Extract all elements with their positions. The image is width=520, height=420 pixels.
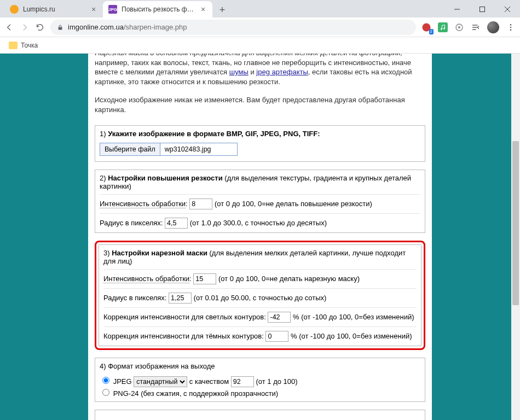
omnibox[interactable]: imgonline.com.ua/sharpen-image.php	[50, 20, 416, 35]
extension-icons: 2	[421, 21, 516, 33]
back-button[interactable]	[4, 22, 14, 32]
file-name: wp3102483.jpg	[160, 143, 237, 155]
sharpen-intensity-label: Интенсивность обработки	[100, 200, 186, 208]
mask-dark-hint: % (от -100 до 100, 0=без изменений)	[291, 332, 412, 340]
page-viewport: Нарезная маска в основном предназначена …	[0, 54, 520, 420]
section-heading: Формат изображения на выходе	[108, 362, 215, 370]
tab-title: Повысить резкость фото и нар	[122, 5, 196, 13]
window-controls	[444, 1, 520, 18]
url-host: imgonline.com.ua	[68, 23, 124, 31]
bookmark-tochka[interactable]: Точка	[21, 42, 38, 49]
jpeg-quality-input[interactable]	[231, 376, 254, 387]
extension-badge: 2	[429, 29, 434, 34]
menu-icon[interactable]	[506, 22, 516, 32]
section-number: 3)	[103, 249, 112, 257]
mask-radius-input[interactable]	[169, 293, 192, 304]
section-heading: Настройки повышения резкости	[108, 174, 223, 182]
mask-intensity-hint: (от 0 до 100, 0=не делать нарезную маску…	[218, 275, 360, 283]
file-choose-button[interactable]: Выберите файл	[100, 143, 160, 155]
profile-avatar[interactable]	[487, 21, 499, 33]
format-png-radio[interactable]	[102, 389, 109, 396]
url-path: /sharpen-image.php	[124, 23, 187, 31]
browser-tab-lumpics[interactable]: Lumpics.ru ×	[4, 1, 103, 18]
window-titlebar: Lumpics.ru × JPG Повысить резкость фото …	[0, 0, 520, 18]
extension-generic-icon[interactable]	[454, 22, 464, 32]
svg-point-12	[510, 29, 512, 31]
svg-rect-1	[480, 7, 485, 12]
new-tab-button[interactable]: +	[215, 2, 230, 18]
reading-list-icon[interactable]	[471, 22, 481, 32]
forward-button[interactable]	[20, 22, 30, 32]
minimize-button[interactable]	[444, 1, 470, 18]
vertical-scrollbar[interactable]	[511, 54, 520, 420]
lock-icon	[57, 24, 63, 31]
section-output-title: 4) Формат изображения на выходе	[95, 358, 425, 374]
section-file: 1) Укажите изображение в формате BMP, GI…	[95, 125, 425, 162]
format-png-label: PNG-24 (без сжатия, с поддержкой прозрач…	[113, 389, 279, 398]
svg-point-11	[510, 26, 512, 28]
section-submit: OK Обработка обычно длится 0.5-30 секунд…	[95, 410, 425, 420]
bookmarks-bar: Точка	[0, 37, 520, 54]
mask-light-hint: % (от -100 до 100, 0=без изменений)	[293, 313, 414, 321]
mask-radius-hint: (от 0.01 до 50.00, с точностью до сотых)	[194, 294, 327, 302]
mask-light-input[interactable]	[268, 312, 291, 323]
svg-point-10	[510, 24, 512, 26]
scrollbar-thumb[interactable]	[512, 141, 519, 305]
section-unsharp-title: 3) Настройки нарезной маски (для выделен…	[99, 245, 421, 269]
mask-intensity-input[interactable]	[193, 273, 216, 284]
mask-light-label: Коррекция интенсивности для светлых конт…	[103, 313, 268, 321]
browser-tab-imgonline[interactable]: JPG Повысить резкость фото и нар ×	[103, 1, 212, 18]
sharpen-intensity-hint: (от 0 до 100, 0=не делать повышение резк…	[215, 200, 372, 208]
section-number: 1)	[100, 130, 108, 138]
format-jpeg-label: JPEG	[113, 377, 134, 386]
favicon-imgonline: JPG	[108, 5, 117, 14]
extension-adblock-icon[interactable]: 2	[421, 22, 431, 32]
file-input[interactable]: Выберите файл wp3102483.jpg	[100, 143, 238, 156]
jpeg-quality-label: с качеством	[189, 377, 231, 386]
reload-button[interactable]	[35, 22, 45, 32]
section-sharpen-title: 2) Настройки повышения резкости (для выд…	[95, 170, 425, 194]
section-sharpen: 2) Настройки повышения резкости (для выд…	[95, 170, 425, 233]
svg-point-9	[458, 26, 460, 28]
jpeg-quality-hint: (от 1 до 100)	[256, 377, 297, 386]
sharpen-intensity-input[interactable]	[189, 199, 212, 209]
highlight-unsharp-mask: 3) Настройки нарезной маски (для выделен…	[95, 241, 425, 350]
section-heading: Укажите изображение в формате BMP, GIF, …	[108, 130, 320, 138]
intro-text-2: Исходное изображение никак не изменяется…	[95, 93, 425, 118]
mask-dark-label: Коррекция интенсивности для тёмных конту…	[103, 332, 265, 340]
link-jpeg-artifacts[interactable]: jpeg артефакты	[256, 68, 308, 76]
mask-intensity-label: Интенсивность обработки	[103, 275, 189, 283]
svg-point-6	[441, 28, 442, 30]
address-bar: imgonline.com.ua/sharpen-image.php 2	[0, 18, 520, 37]
sharpen-radius-label: Радиус в пикселях:	[100, 219, 165, 227]
tab-title: Lumpics.ru	[23, 5, 86, 13]
intro-fragment: и	[249, 68, 257, 76]
tab-strip: Lumpics.ru × JPG Повысить резкость фото …	[0, 0, 230, 18]
extension-music-icon[interactable]	[438, 22, 448, 32]
page-content: Нарезная маска в основном предназначена …	[88, 54, 432, 420]
svg-rect-4	[59, 27, 62, 30]
jpeg-subtype-select[interactable]: стандартный	[134, 376, 187, 387]
section-unsharp-mask: 3) Настройки нарезной маски (для выделен…	[99, 244, 421, 346]
link-noise[interactable]: шумы	[229, 68, 249, 76]
svg-point-7	[443, 27, 445, 29]
format-jpeg-radio[interactable]	[102, 377, 109, 384]
section-output-format: 4) Формат изображения на выходе JPEG ста…	[95, 358, 425, 402]
close-icon[interactable]: ×	[90, 5, 97, 13]
mask-dark-input[interactable]	[265, 331, 288, 342]
folder-icon	[9, 42, 18, 49]
favicon-lumpics	[10, 5, 19, 14]
window-close-button[interactable]	[495, 1, 520, 18]
sharpen-radius-input[interactable]	[165, 218, 188, 229]
sharpen-radius-hint: (от 1.0 до 300.0, с точностью до десятых…	[190, 219, 327, 227]
section-heading: Настройки нарезной маски	[112, 249, 207, 257]
maximize-button[interactable]	[470, 1, 495, 18]
close-icon[interactable]: ×	[199, 5, 207, 13]
mask-radius-label: Радиус в пикселях:	[103, 294, 169, 302]
section-number: 4)	[100, 362, 108, 370]
intro-text: Нарезная маска в основном предназначена …	[95, 54, 425, 90]
section-number: 2)	[100, 174, 108, 182]
section-file-title: 1) Укажите изображение в формате BMP, GI…	[95, 126, 425, 142]
